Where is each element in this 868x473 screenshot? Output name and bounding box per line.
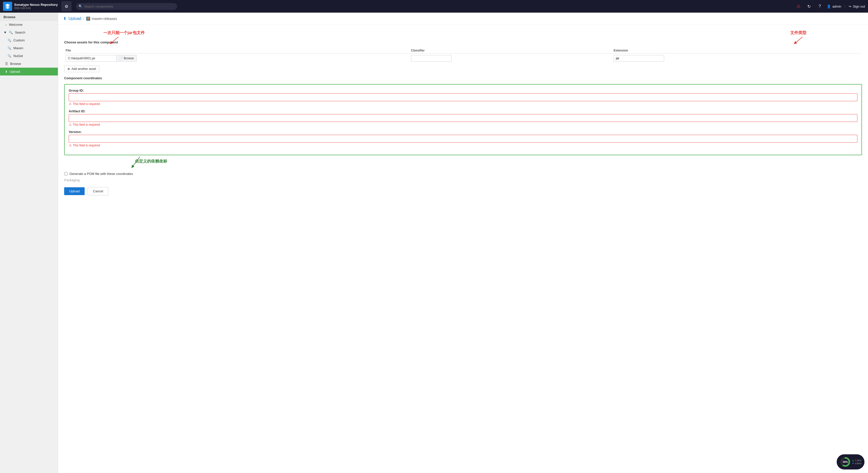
sidebar-item-custom[interactable]: 🔍 Custom [2, 36, 58, 44]
extension-col-header: Extension [612, 48, 862, 54]
sidebar-item-welcome[interactable]: ○ Welcome [0, 21, 58, 29]
logo-text: Sonatype Nexus Repository OSS 3.62.0-01 [14, 3, 58, 10]
search-icon: 🔍 [79, 4, 82, 8]
breadcrumb: ⬆ Upload / 📦 maven-releases [58, 12, 868, 25]
asset-row: C:\fakepath\9001.jar 📄 Browse [64, 54, 862, 63]
assets-section-title: Choose assets for this component [64, 40, 862, 44]
annotation-type-text: 文件类型 [790, 30, 806, 36]
breadcrumb-upload-icon: ⬆ [63, 16, 66, 21]
extension-cell [612, 54, 862, 63]
add-asset-label: Add another asset [71, 67, 96, 71]
upload-speed: 7.2K/s [855, 459, 862, 462]
annotation-dep-text: 自定义的依赖坐标 [135, 159, 167, 164]
sidebar-item-label-nuget: NuGet [13, 54, 23, 58]
classifier-input[interactable] [411, 55, 452, 62]
version-error: ⚠ This field is required [69, 143, 858, 147]
artifact-id-error: ⚠ This field is required [69, 123, 858, 127]
group-id-field: Group ID: ⚠ This field is required [69, 89, 858, 106]
breadcrumb-upload-link[interactable]: Upload [68, 16, 81, 21]
logo-icon [3, 2, 12, 11]
user-icon: 👤 [827, 4, 831, 8]
annotation-jar-text: 一次只能一个jar包文件 [103, 30, 145, 36]
artifact-id-error-icon: ⚠ [69, 123, 72, 127]
sidebar-item-label-maven: Maven [13, 46, 23, 50]
settings-button[interactable]: ⚙ [61, 1, 71, 11]
version-field: Version: ⚠ This field is required [69, 130, 858, 147]
artifact-id-input[interactable] [69, 114, 858, 122]
upload-content: 一次只能一个jar包文件 文件类型 Choose assets for this… [58, 25, 868, 200]
navbar: Sonatype Nexus Repository OSS 3.62.0-01 … [0, 0, 868, 12]
sidebar-item-maven[interactable]: 🔍 Maven [2, 44, 58, 52]
sidebar-search-icon: 🔍 [9, 31, 13, 34]
nexus-icon [4, 3, 10, 9]
alert-icon[interactable]: ⚠ [795, 3, 802, 10]
sidebar-item-label-custom: Custom [13, 38, 25, 42]
repo-icon: 📦 [86, 16, 90, 21]
group-id-error-text: This field is required [73, 102, 100, 106]
sidebar-item-search[interactable]: ▼ 🔍 Search [0, 29, 58, 36]
artifact-id-label: Artifact ID: [69, 109, 858, 113]
artifact-id-error-text: This field is required [73, 123, 100, 127]
classifier-col-header: Classifier [409, 48, 612, 54]
upload-arrow-icon: ▲ [852, 459, 854, 462]
admin-label: admin [832, 4, 841, 8]
dep-annotation-row: 自定义的依赖坐标 [64, 157, 862, 169]
generate-pom-checkbox[interactable] [64, 172, 67, 175]
arrow-jar [108, 37, 124, 44]
download-arrow-icon: ▼ [852, 462, 854, 465]
main-layout: Browse ○ Welcome ▼ 🔍 Search 🔍 Custom 🔍 M… [0, 12, 868, 473]
action-buttons: Upload Cancel [64, 187, 862, 195]
main-content: ⬆ Upload / 📦 maven-releases 一次只能一个jar包文件… [58, 12, 868, 473]
top-annotation-row: 一次只能一个jar包文件 文件类型 [64, 30, 862, 40]
file-path-display: C:\fakepath\9001.jar [66, 55, 116, 62]
sidebar: Browse ○ Welcome ▼ 🔍 Search 🔍 Custom 🔍 M… [0, 12, 58, 473]
add-asset-button[interactable]: ⊕ Add another asset [64, 66, 99, 72]
signout-icon: ↪ [848, 4, 851, 8]
help-icon[interactable]: ? [816, 3, 823, 10]
packaging-row: Packaging: [64, 178, 862, 182]
search-input[interactable] [76, 3, 177, 10]
sidebar-item-upload[interactable]: ⬆ Upload [0, 68, 58, 75]
welcome-icon: ○ [5, 23, 7, 27]
version-error-icon: ⚠ [69, 143, 72, 147]
file-icon: 📄 [119, 57, 123, 60]
coordinates-section-title: Component coordinates [64, 76, 862, 80]
group-id-input[interactable] [69, 93, 858, 101]
version-error-text: This field is required [73, 144, 100, 147]
sidebar-item-label-search: Search [15, 31, 25, 34]
download-speed-row: ▼ 0.6K/s [852, 462, 861, 465]
download-speed: 0.6K/s [855, 462, 862, 465]
group-id-label: Group ID: [69, 89, 858, 92]
sidebar-item-nuget[interactable]: 🔍 NuGet [2, 52, 58, 60]
network-stats: ▲ 7.2K/s ▼ 0.6K/s [852, 459, 861, 465]
search-bar: 🔍 [76, 3, 177, 10]
version-label: Version: [69, 130, 858, 134]
gear-icon: ⚙ [65, 4, 68, 9]
group-id-error: ⚠ This field is required [69, 102, 858, 106]
file-col-header: File [64, 48, 409, 54]
app-subtitle: OSS 3.62.0-01 [14, 7, 58, 10]
sidebar-item-label-welcome: Welcome [9, 23, 23, 27]
classifier-cell [409, 54, 612, 63]
app-logo: Sonatype Nexus Repository OSS 3.62.0-01 [3, 2, 58, 11]
sidebar-item-label-upload: Upload [9, 70, 20, 73]
extension-input[interactable] [614, 55, 664, 62]
version-input[interactable] [69, 135, 858, 143]
sidebar-item-browse[interactable]: 🗄 Browse [0, 60, 58, 68]
packaging-label: Packaging: [64, 178, 80, 182]
cancel-button[interactable]: Cancel [88, 187, 108, 195]
upload-button[interactable]: Upload [64, 187, 85, 195]
nuget-search-icon: 🔍 [7, 54, 11, 58]
svg-line-1 [795, 37, 803, 43]
refresh-icon[interactable]: ↻ [806, 3, 813, 10]
browse-button[interactable]: 📄 Browse [116, 55, 137, 62]
sidebar-search-children: 🔍 Custom 🔍 Maven 🔍 NuGet [0, 36, 58, 60]
breadcrumb-separator: / [83, 16, 84, 21]
user-menu[interactable]: 👤 admin [827, 4, 841, 8]
app-title: Sonatype Nexus Repository [14, 3, 58, 7]
component-coordinates-section: Group ID: ⚠ This field is required Artif… [64, 84, 862, 155]
assets-table: File Classifier Extension C:\fakepath\90… [64, 48, 862, 63]
signout-button[interactable]: ↪ Sign out [845, 4, 865, 8]
artifact-id-field: Artifact ID: ⚠ This field is required [69, 109, 858, 127]
arrow-type [793, 37, 808, 44]
